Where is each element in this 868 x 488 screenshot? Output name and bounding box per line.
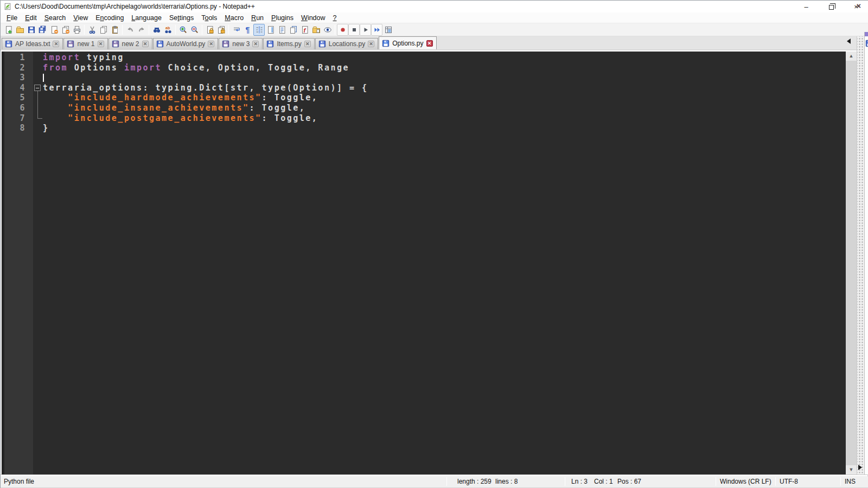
document-map-icon[interactable]: [265, 24, 276, 36]
replace-icon[interactable]: ab: [162, 24, 174, 36]
tab-items.py[interactable]: Items.py✕: [263, 38, 314, 49]
menu-file[interactable]: File: [3, 13, 21, 23]
code-line: from Options import Choice, Option, Togg…: [43, 63, 368, 73]
tab-label: AutoWorld.py: [167, 40, 206, 48]
function-list-icon[interactable]: f: [299, 24, 310, 36]
undo-icon[interactable]: [124, 24, 136, 36]
tab-label: Items.py: [277, 40, 301, 48]
scroll-down-icon[interactable]: ▼: [846, 465, 857, 474]
tab-locations.py[interactable]: Locations.py✕: [315, 38, 378, 49]
status-encoding[interactable]: UTF-8: [780, 478, 798, 485]
tab-options.py[interactable]: Options.py✕: [379, 36, 436, 49]
redo-icon[interactable]: [136, 24, 147, 36]
scroll-up-icon[interactable]: ▲: [846, 52, 857, 61]
save-icon[interactable]: [25, 24, 37, 36]
tab-new-1[interactable]: new 1✕: [63, 38, 107, 49]
monitoring-icon[interactable]: [322, 24, 333, 36]
zoom-in-icon[interactable]: [177, 24, 189, 36]
svg-text:ab: ab: [165, 26, 170, 30]
menu-plugins[interactable]: Plugins: [267, 13, 297, 23]
document-close-icon[interactable]: ×: [857, 2, 861, 10]
close-icon[interactable]: [48, 24, 60, 36]
code-line: [43, 73, 368, 83]
menu-language[interactable]: Language: [127, 13, 165, 23]
panel-splitter[interactable]: [857, 36, 864, 474]
sync-horizontal-icon[interactable]: [215, 24, 227, 36]
macro-save-icon[interactable]: [382, 24, 394, 36]
open-folder-icon[interactable]: [14, 24, 25, 36]
find-icon[interactable]: [151, 24, 162, 36]
show-all-characters-icon[interactable]: ¶: [242, 24, 253, 36]
fold-marker-icon[interactable]: [34, 85, 41, 91]
word-wrap-icon[interactable]: [231, 24, 242, 36]
tab-scroll-left-icon[interactable]: [847, 38, 851, 44]
clone-document-icon[interactable]: [288, 24, 299, 36]
app-icon: [4, 3, 11, 10]
toolbar-separator: [228, 25, 229, 35]
tab-label: Locations.py: [329, 40, 365, 48]
tab-close-icon[interactable]: ✕: [142, 41, 149, 47]
macro-record-icon[interactable]: [337, 24, 348, 36]
saved-floppy-icon: [156, 40, 164, 48]
copy-icon[interactable]: [98, 24, 109, 36]
tab-new-2[interactable]: new 2✕: [108, 38, 152, 49]
menu-encoding[interactable]: Encoding: [92, 13, 127, 23]
tab-close-icon[interactable]: ✕: [208, 41, 214, 47]
menu-settings[interactable]: Settings: [165, 13, 197, 23]
collapsed-document-list-panel[interactable]: [864, 32, 868, 474]
tab-close-icon[interactable]: ✕: [98, 41, 104, 47]
tab-close-icon[interactable]: ✕: [426, 40, 433, 47]
tab-close-icon[interactable]: ✕: [53, 41, 59, 47]
paste-icon[interactable]: [109, 24, 120, 36]
line-number: 6: [4, 103, 33, 113]
splitter-arrow-icon[interactable]: [858, 465, 862, 470]
panel-header: [865, 32, 868, 36]
tab-list: AP Ideas.txt✕new 1✕new 2✕AutoWorld.py✕ne…: [2, 36, 437, 49]
cut-icon[interactable]: [86, 24, 98, 36]
save-all-icon[interactable]: [37, 24, 48, 36]
minimize-button[interactable]: –: [794, 1, 819, 12]
sync-vertical-icon[interactable]: [204, 24, 215, 36]
toolbar-separator: [202, 25, 202, 35]
close-all-icon[interactable]: [60, 24, 71, 36]
menu-tools[interactable]: Tools: [197, 13, 221, 23]
close-button[interactable]: ×: [844, 1, 868, 12]
tab-new-3[interactable]: new 3✕: [219, 38, 263, 49]
menu-window[interactable]: Window: [297, 13, 329, 23]
tab-close-icon[interactable]: ✕: [252, 41, 259, 47]
tab-close-icon[interactable]: ✕: [368, 41, 374, 47]
vertical-scrollbar[interactable]: ▲ ▼: [846, 52, 857, 474]
code-editor[interactable]: 12345678 import typingfrom Options impor…: [2, 52, 846, 474]
macro-stop-icon[interactable]: [348, 24, 360, 36]
tab-ap-ideas.txt[interactable]: AP Ideas.txt✕: [2, 38, 63, 49]
title-bar: C:\Users\Dood\Documents\tmp\Archipelago\…: [1, 1, 868, 12]
zoom-out-icon[interactable]: [189, 24, 200, 36]
tab-autoworld.py[interactable]: AutoWorld.py✕: [153, 38, 219, 49]
toolbar: ab¶f: [1, 23, 868, 36]
print-icon[interactable]: [71, 24, 82, 36]
saved-floppy-icon: [318, 40, 326, 48]
menu-?[interactable]: ?: [329, 13, 341, 23]
menu-edit[interactable]: Edit: [21, 13, 41, 23]
restore-button[interactable]: [819, 1, 844, 12]
status-ins-mode[interactable]: INS: [845, 478, 856, 485]
macro-run-multiple-icon[interactable]: [371, 24, 382, 36]
line-number: 5: [4, 93, 33, 103]
indent-guide-icon[interactable]: [253, 24, 265, 36]
fold-line-end: [37, 118, 42, 119]
tab-label: new 2: [122, 40, 139, 48]
document-list-icon[interactable]: [276, 24, 288, 36]
menu-view[interactable]: View: [69, 13, 92, 23]
menu-search[interactable]: Search: [41, 13, 70, 23]
menu-run[interactable]: Run: [247, 13, 267, 23]
tab-label: AP Ideas.txt: [15, 40, 50, 48]
folder-as-workspace-icon[interactable]: [310, 24, 322, 36]
macro-play-icon[interactable]: [360, 24, 371, 36]
new-file-icon[interactable]: [3, 24, 14, 36]
status-eol[interactable]: Windows (CR LF): [720, 478, 771, 485]
tab-close-icon[interactable]: ✕: [304, 41, 311, 47]
code-text[interactable]: import typingfrom Options import Choice,…: [43, 53, 368, 133]
menu-macro[interactable]: Macro: [221, 13, 247, 23]
code-line: "include_postgame_achievements": Toggle,: [43, 113, 368, 124]
line-number: 2: [4, 63, 33, 73]
